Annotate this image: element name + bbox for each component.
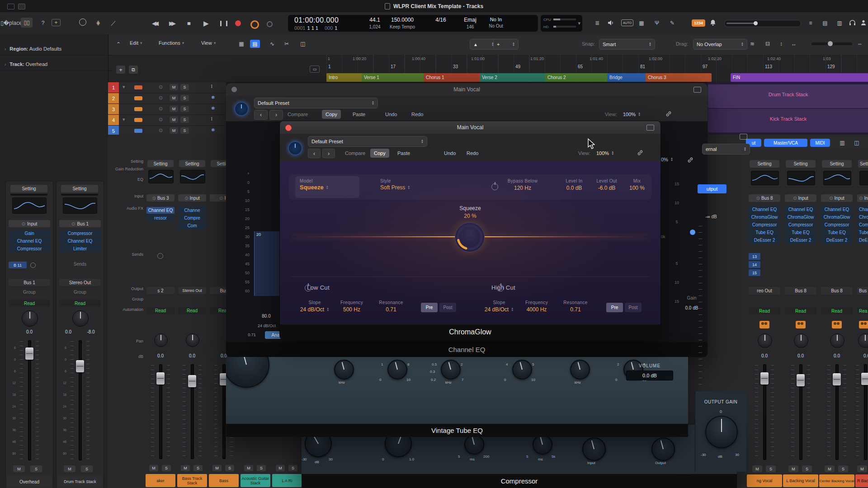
track-freeze-icon[interactable]: ❄ <box>211 127 215 132</box>
arrangement-marker[interactable]: Chorus 3 <box>646 73 712 82</box>
autopunch-button[interactable] <box>267 21 273 27</box>
mute-button[interactable]: M <box>64 465 75 472</box>
automation-mode[interactable]: Read <box>749 307 780 314</box>
strip-mute-button[interactable]: M <box>212 465 222 471</box>
mixer-sliders-icon[interactable]: ⋕ <box>93 19 103 27</box>
input-monitor-icon[interactable]: ⊙ <box>159 117 163 122</box>
view-menu[interactable]: View▾ <box>201 40 216 46</box>
track-sort-icon[interactable]: ▭ <box>310 66 320 73</box>
zoom-h-icon[interactable]: ↔ <box>789 40 799 48</box>
region-inspector-row[interactable]: › Region: Audio Defaults <box>0 42 113 56</box>
level-dial-icon[interactable] <box>78 18 88 26</box>
fx-slot[interactable]: ChromaGlow <box>821 214 853 221</box>
track-row[interactable]: 4 ▾ ⊙ M S I <box>108 115 226 126</box>
fx-slot[interactable]: DeEsser 2 <box>785 237 816 244</box>
group-members-icon[interactable] <box>859 321 868 328</box>
preset-select[interactable]: Default Preset▲▼ <box>254 98 378 108</box>
volume-fader[interactable] <box>72 340 88 460</box>
tube-eq-knob-3[interactable] <box>441 360 461 380</box>
compare-button[interactable]: Compare <box>341 149 369 158</box>
lcd-position2[interactable]: 1 <box>335 25 337 31</box>
notes-icon[interactable]: ▤ <box>820 19 830 27</box>
strip-mute-button[interactable]: M <box>276 465 285 471</box>
setting-button[interactable]: Setting <box>147 160 174 167</box>
link-mode-icon[interactable] <box>693 87 701 93</box>
strip-solo-button[interactable]: S <box>162 465 171 471</box>
list-view-icon[interactable]: ▤ <box>250 40 260 48</box>
region-drum-track-stack[interactable]: Drum Track Stack <box>708 84 868 108</box>
volume-value[interactable]: 0.0 <box>146 353 175 358</box>
grid-icon[interactable]: ▦ <box>236 40 246 48</box>
copy-button[interactable]: Copy <box>322 110 341 119</box>
command-tool-select[interactable]: +▲▼ <box>493 39 519 50</box>
fx-slot[interactable]: Compressor <box>9 245 50 252</box>
paste-button[interactable]: Paste <box>394 149 414 158</box>
track-height-icon[interactable]: ⊟ <box>763 40 773 48</box>
link-icon[interactable] <box>637 150 643 157</box>
fx-slot[interactable]: ChromaGlow <box>785 214 816 221</box>
toolbar-more-icon[interactable]: ⇔ <box>855 40 865 48</box>
help-icon[interactable]: ? <box>38 19 48 27</box>
plugin-power-button[interactable] <box>234 102 249 116</box>
volume-fader[interactable] <box>152 364 169 459</box>
output-slot[interactable]: Bus 8 <box>821 287 853 295</box>
comp-knob-output[interactable] <box>651 437 675 461</box>
strip-mute-button[interactable]: M <box>825 465 835 472</box>
lcd-signature[interactable]: 4/16 <box>429 17 453 23</box>
highcut-post-button[interactable]: Post <box>625 303 642 312</box>
arrangement-marker[interactable]: Verse 1 <box>362 73 425 82</box>
mixer-panes-icon[interactable]: ◫ <box>852 139 862 147</box>
fx-slot[interactable]: DeEsser 2 <box>749 237 780 244</box>
track-freeze-icon[interactable]: I <box>211 84 212 89</box>
strip-solo-button[interactable]: S <box>766 465 776 472</box>
disclosure-chevron-icon[interactable]: ▾ <box>123 117 125 122</box>
eq-thumbnail[interactable] <box>751 171 779 185</box>
output-slot[interactable]: Bus 8 <box>785 287 816 295</box>
tab-master-vca[interactable]: Master/VCA <box>764 139 807 147</box>
volume-value[interactable]: 0.0 <box>749 353 780 358</box>
strip-name[interactable]: R Back <box>855 474 868 487</box>
strip-name[interactable]: Bass Track Stack <box>177 474 207 487</box>
fx-slot[interactable]: ChromaGlow <box>749 214 780 221</box>
lcd-key[interactable]: Emaj <box>459 17 481 23</box>
fx-slot[interactable]: Chroma <box>857 214 868 221</box>
view-zoom-stepper[interactable]: 100%▲▼ <box>596 150 614 156</box>
view-zoom-partial[interactable]: 0%▲▼ <box>661 157 673 162</box>
tube-eq-knob-5[interactable] <box>570 360 590 380</box>
volume-fader[interactable] <box>829 364 845 460</box>
preset-select[interactable]: Default Preset▲▼ <box>308 136 427 147</box>
volume-value[interactable]: -8.0 <box>80 329 102 334</box>
strip-name[interactable]: Bass <box>209 474 239 487</box>
group-members-icon[interactable] <box>796 321 806 328</box>
fx-slot[interactable]: Channel EQ <box>146 207 175 214</box>
eq-thumbnail[interactable] <box>63 197 97 214</box>
volume-fader[interactable] <box>184 364 200 459</box>
track-freeze-icon[interactable]: ❄ <box>211 95 215 100</box>
zoom-slider[interactable] <box>811 42 852 45</box>
strip-name[interactable]: ng Vocal <box>747 474 782 487</box>
next-preset-button[interactable]: › <box>322 149 335 158</box>
lcd-midi-out[interactable]: No Out <box>484 23 508 28</box>
automation-mode[interactable]: Read <box>785 307 816 314</box>
cycle-button[interactable] <box>250 20 259 29</box>
redo-button[interactable]: Redo <box>408 110 427 119</box>
highcut-res-value[interactable]: 0.71 <box>559 306 592 313</box>
setting-button[interactable]: Setting <box>179 160 205 167</box>
track-solo-button[interactable]: S <box>180 84 189 90</box>
list-editors-icon[interactable]: ≡ <box>806 19 816 27</box>
tube-eq-knob-1[interactable] <box>334 360 354 380</box>
strip-name[interactable]: L A Ri <box>272 474 302 487</box>
view-zoom-stepper[interactable]: 100%▲▼ <box>623 112 641 117</box>
level-out-value[interactable]: -6.0 dB <box>592 185 622 191</box>
pan-knob[interactable] <box>758 333 772 348</box>
mixer-view-icon[interactable]: ▥ <box>837 139 847 147</box>
fx-slot[interactable]: Tube EQ <box>821 229 853 236</box>
input-slot[interactable]: ⊙Input <box>821 194 853 202</box>
input-slot[interactable]: ⊙Bus 1 <box>59 220 101 227</box>
lowcut-pre-button[interactable]: Pre <box>421 303 438 312</box>
strip-mute-button[interactable]: M <box>244 465 253 471</box>
volume-value[interactable]: 0.0 <box>855 353 868 358</box>
model-value[interactable]: Squeeze <box>300 184 324 191</box>
next-preset-button[interactable]: › <box>269 110 283 120</box>
fx-slot[interactable]: Compre <box>857 221 868 228</box>
